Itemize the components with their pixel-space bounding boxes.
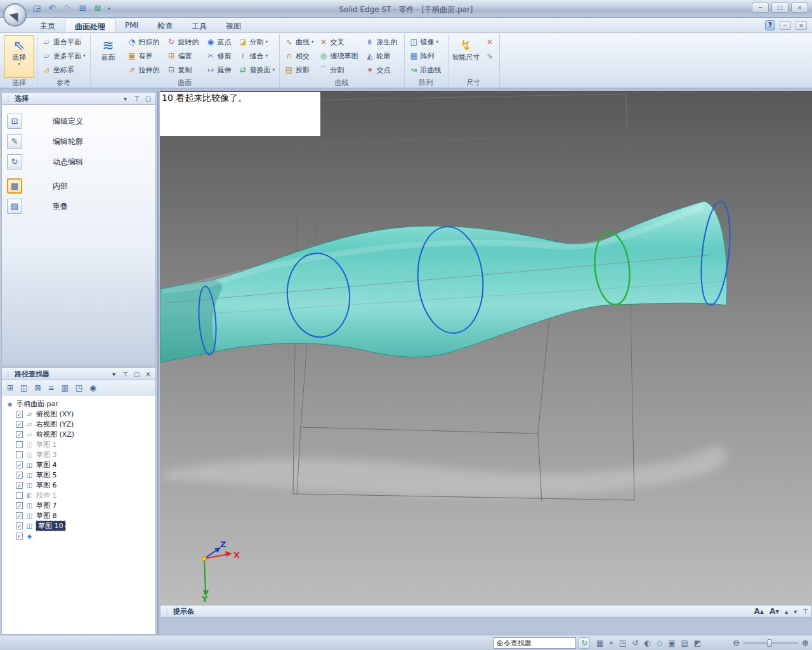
checkbox[interactable] [16,492,23,499]
pathfinder-item-right-view[interactable]: ✓ ▱ 右视图 (YZ) [3,419,154,429]
ribbon-item-derived[interactable]: ⋔派生的 [363,35,402,49]
ribbon-item-stitch[interactable]: ≀缝合▾ [237,49,277,63]
application-button[interactable] [3,3,27,27]
ribbon-item-angle-between[interactable]: ⇘ [483,49,497,63]
checkbox[interactable] [16,441,23,448]
tab-pmi[interactable]: PMI [115,18,148,32]
pathfinder-item-sketch-10[interactable]: ✓ ◫ 草图 10 [3,521,154,531]
pathfinder-item-sketch-5[interactable]: ✓ ◫ 草图 5 [3,470,154,480]
3d-viewport[interactable]: X Z Y 10 看起来比较像了。 [160,91,812,605]
pf-tool-show-icon[interactable]: ⊞ [7,383,13,392]
pathfinder-item-sketch-8[interactable]: ✓ ◫ 草图 8 [3,510,154,521]
pf-tool-show-all-icon[interactable]: ⊠ [34,383,41,392]
ribbon-item-contour[interactable]: ◭轮廓 [363,49,402,63]
pathfinder-item-sketch-3[interactable]: ◫ 草图 3 [3,449,154,460]
ribbon-item-split-surface[interactable]: ◪分割▾ [237,35,277,49]
pathfinder-item-sketch-1[interactable]: ◫ 草图 1 [3,439,154,449]
panel-float-icon[interactable]: ▢ [144,95,152,102]
ribbon-item-mirror[interactable]: ◫镜像▾ [407,35,445,49]
zoom-in-button[interactable]: ⊕ [802,638,809,647]
pathfinder-item-sketch-6[interactable]: ✓ ◫ 草图 6 [3,480,154,490]
panel-float-icon[interactable]: ▢ [133,371,141,378]
checkbox[interactable]: ✓ [16,482,23,489]
pathfinder-item-bluesurf-3[interactable]: ✓ ◈ [3,531,154,541]
font-increase-icon[interactable]: A▴ [754,607,764,616]
fit-view-icon[interactable]: ◳ [619,638,626,648]
ribbon-item-trim[interactable]: ✂修剪 [204,49,235,63]
font-decrease-icon[interactable]: A▾ [769,607,779,616]
panel-menu-icon[interactable]: ▾ [110,371,118,378]
document-close-button[interactable]: × [796,21,807,30]
checkbox[interactable]: ✓ [16,411,23,418]
close-button[interactable]: × [791,3,808,13]
select-button[interactable]: ⇖ 选择 ▾ [4,35,34,78]
panel-pin-icon[interactable]: ⊤ [133,95,141,102]
checkbox[interactable]: ✓ [16,522,23,529]
ribbon-item-bounded[interactable]: ▣有界 [126,49,164,63]
pathfinder-header[interactable]: ⋮ 路径查找器 ▾ ⊤ ▢ × [1,368,156,380]
bluesurf-button[interactable]: ≋ 蓝面 [93,35,124,78]
customize-qat-caret-icon[interactable]: ▾ [108,6,110,11]
tab-home[interactable]: 主页 [30,18,65,32]
pin-icon[interactable]: ⊤ [802,608,808,615]
pathfinder-item-root[interactable]: ◆ 手柄曲面.par [3,399,154,409]
checkbox[interactable]: ✓ [16,461,23,468]
pf-tool-settings-icon[interactable]: ◉ [89,383,96,392]
menu-caret-icon[interactable]: ▾ [794,608,797,615]
print-icon[interactable]: ⊞ [76,2,89,15]
pathfinder-item-sketch-4[interactable]: ✓ ◫ 草图 4 [3,460,154,470]
ribbon-item-intersection[interactable]: ∩相交 [282,49,316,63]
ribbon-item-replace-face[interactable]: ⇄替换面▾ [237,63,277,77]
ribbon-item-cross[interactable]: ×交叉 [317,35,362,49]
save-icon[interactable]: ◲ [30,2,43,15]
zoom-out-button[interactable]: ⊖ [733,638,740,647]
edit-profile-item[interactable]: ✎ 编辑轮廓 [2,131,155,152]
document-minimize-button[interactable]: ─ [780,21,791,30]
ribbon-item-revolved[interactable]: ↻旋转的 [165,35,203,49]
zoom-area-icon[interactable]: ⌖ [609,638,613,648]
tools-icon[interactable]: ⊠ [91,2,104,15]
pathfinder-item-sketch-7[interactable]: ✓ ◫ 草图 7 [3,500,154,510]
tab-tools[interactable]: 工具 [182,18,216,32]
command-finder-go-button[interactable]: ↻ [579,637,590,649]
ribbon-item-split-curve[interactable]: ⌒分割 [317,63,362,77]
checkbox[interactable]: ✓ [16,502,23,509]
maximize-button[interactable]: ▢ [771,3,789,13]
scroll-up-icon[interactable]: ▴ [785,608,788,615]
select-panel-header[interactable]: ⋮ 选择 ▾ ⊤ ▢ [1,92,156,105]
smart-dimension-button[interactable]: ↯ 智能尺寸 [451,35,481,78]
pf-tool-window-icon[interactable]: ◳ [75,383,82,392]
view-styles-icon[interactable]: ▣ [668,638,675,648]
panel-menu-icon[interactable]: ▾ [121,95,129,102]
checkbox[interactable]: ✓ [16,512,23,519]
ribbon-item-coordinate-system[interactable]: ⊿ 坐标系 [40,63,88,77]
redo-icon[interactable]: ↷ [61,2,74,15]
pf-tool-list-icon[interactable]: ≡ [48,383,54,392]
checkbox[interactable] [16,451,23,458]
help-icon[interactable]: ? [765,20,775,30]
ribbon-item-along-curve[interactable]: ↝沿曲线 [407,63,445,77]
ribbon-item-project[interactable]: ▤投影 [282,63,316,77]
viewport-canvas[interactable]: X Z Y [160,91,812,605]
minimize-button[interactable]: ─ [752,3,769,13]
checkbox[interactable]: ✓ [16,533,23,540]
ribbon-item-offset[interactable]: ⊞偏置 [165,49,203,63]
pf-tool-hide-icon[interactable]: ◫ [20,383,27,392]
zoom-slider[interactable] [743,642,799,644]
panel-pin-icon[interactable]: ⊤ [121,371,129,378]
shading-icon[interactable]: ◐ [645,638,651,648]
ribbon-item-coincident-plane[interactable]: ▱ 重合平面 [40,35,88,49]
checkbox[interactable]: ✓ [16,431,23,438]
checkbox[interactable]: ✓ [16,472,23,479]
display-options-icon[interactable]: ▦ [596,638,603,648]
edit-definition-item[interactable]: ⊡ 编辑定义 [2,111,155,131]
pathfinder-item-front-view[interactable]: ✓ ▱ 前视图 (XZ) [3,429,154,439]
ribbon-item-pattern[interactable]: ▦阵列 [407,49,445,63]
tab-surfacing[interactable]: 曲面处理 [65,18,115,32]
ribbon-item-intersection-point[interactable]: ∗交点 [363,63,402,77]
ribbon-item-wrap-sketch[interactable]: ◎缠绕草图 [317,49,362,63]
viewport-background[interactable] [160,91,812,605]
internal-item[interactable]: ▩ 内部 [2,176,155,196]
panel-close-icon[interactable]: × [144,371,152,378]
ribbon-item-extruded[interactable]: ⇗拉伸的 [126,63,164,77]
